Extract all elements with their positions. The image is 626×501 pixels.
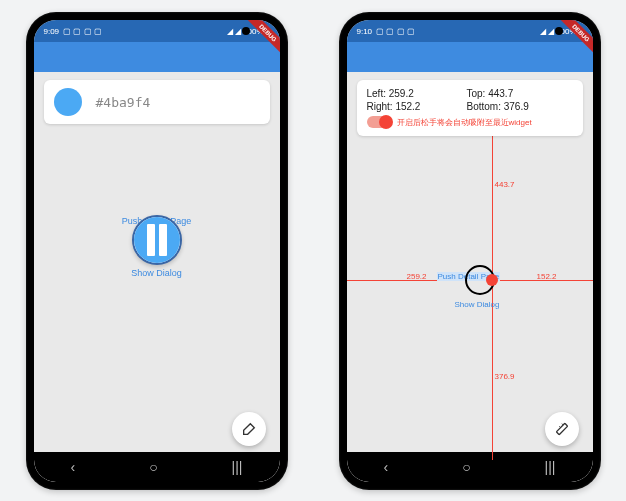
color-swatch bbox=[54, 88, 82, 116]
snap-toggle-label: 开启后松手将会自动吸附至最近widget bbox=[397, 117, 532, 128]
camera-cutout bbox=[555, 27, 563, 35]
ruler-top-label: 443.7 bbox=[495, 180, 515, 189]
status-time: 9:10 bbox=[357, 27, 373, 36]
show-dialog-link[interactable]: Show Dialog bbox=[122, 268, 192, 278]
nav-back[interactable]: ‹ bbox=[383, 459, 388, 475]
nav-bar: ‹ ○ ||| bbox=[34, 452, 280, 482]
nav-bar: ‹ ○ ||| bbox=[347, 452, 593, 482]
magnifier-bar bbox=[147, 224, 155, 256]
ruler-fab[interactable] bbox=[545, 412, 579, 446]
show-dialog-link[interactable]: Show Dialog bbox=[455, 300, 500, 309]
color-picker-icon bbox=[241, 421, 257, 437]
ruler-center-dot[interactable] bbox=[486, 274, 498, 286]
picker-fab[interactable] bbox=[232, 412, 266, 446]
svg-line-1 bbox=[559, 426, 560, 427]
status-bar: 9:09 ▢ ▢ ▢ ▢ ◢ ◢ 100% ▮ bbox=[34, 20, 280, 42]
status-icons: ▢ ▢ ▢ ▢ bbox=[376, 27, 415, 36]
left-measure: Left: 259.2 bbox=[367, 88, 447, 99]
top-measure: Top: 443.7 bbox=[467, 88, 547, 99]
color-magnifier[interactable] bbox=[132, 215, 182, 265]
app-bar bbox=[347, 42, 593, 72]
signal-icon: ◢ bbox=[540, 27, 546, 36]
app-bar bbox=[34, 42, 280, 72]
ruler-bottom-label: 376.9 bbox=[495, 372, 515, 381]
magnifier-bar bbox=[159, 224, 167, 256]
phone-left: 9:09 ▢ ▢ ▢ ▢ ◢ ◢ 100% ▮ DEBUG #4ba9f4 bbox=[26, 12, 288, 490]
wifi-icon: ◢ bbox=[548, 27, 554, 36]
ruler-card: Left: 259.2 Top: 443.7 Right: 152.2 Bott… bbox=[357, 80, 583, 136]
nav-home[interactable]: ○ bbox=[462, 459, 470, 475]
hex-value: #4ba9f4 bbox=[96, 95, 151, 110]
nav-home[interactable]: ○ bbox=[149, 459, 157, 475]
status-bar: 9:10 ▢ ▢ ▢ ▢ ◢ ◢ 100% ▮ bbox=[347, 20, 593, 42]
signal-icon: ◢ bbox=[227, 27, 233, 36]
wifi-icon: ◢ bbox=[235, 27, 241, 36]
nav-recent[interactable]: ||| bbox=[232, 459, 243, 475]
status-time: 9:09 bbox=[44, 27, 60, 36]
nav-recent[interactable]: ||| bbox=[545, 459, 556, 475]
ruler-icon bbox=[554, 421, 570, 437]
color-card: #4ba9f4 bbox=[44, 80, 270, 124]
ruler-left-label: 259.2 bbox=[407, 272, 427, 281]
camera-cutout bbox=[242, 27, 250, 35]
status-icons: ▢ ▢ ▢ ▢ bbox=[63, 27, 102, 36]
snap-toggle[interactable] bbox=[367, 116, 391, 128]
ruler-right-label: 152.2 bbox=[537, 272, 557, 281]
right-measure: Right: 152.2 bbox=[367, 101, 447, 112]
bottom-measure: Bottom: 376.9 bbox=[467, 101, 547, 112]
nav-back[interactable]: ‹ bbox=[70, 459, 75, 475]
svg-line-2 bbox=[562, 424, 563, 425]
svg-rect-0 bbox=[556, 423, 567, 434]
phone-right: 9:10 ▢ ▢ ▢ ▢ ◢ ◢ 100% ▮ DEBUG Left: 259.… bbox=[339, 12, 601, 490]
